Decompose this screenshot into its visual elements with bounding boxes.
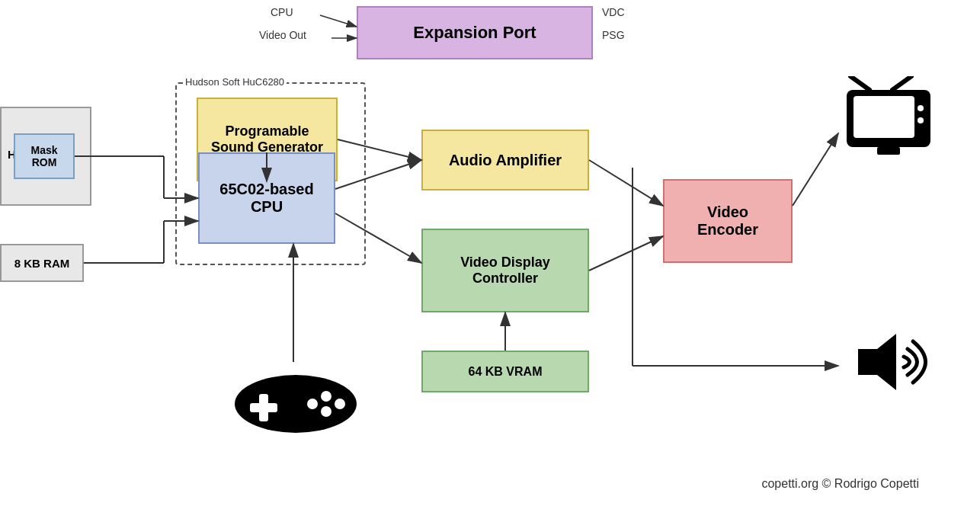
videoout-label: Video Out: [259, 29, 306, 41]
svg-line-31: [793, 133, 838, 206]
svg-rect-3: [853, 96, 914, 138]
svg-point-12: [335, 399, 345, 409]
svg-line-29: [589, 236, 663, 271]
expansion-label: Expansion Port: [413, 23, 536, 43]
encoder-label: VideoEncoder: [697, 203, 758, 239]
ram-label: 8 KB RAM: [14, 257, 70, 270]
vdc-out-label: VDC: [602, 6, 625, 18]
svg-rect-10: [250, 403, 277, 412]
copyright-text: copetti.org © Rodrigo Copetti: [761, 477, 919, 491]
svg-point-14: [307, 399, 318, 409]
vram-box: 64 KB VRAM: [421, 351, 589, 392]
audio-box: Audio Amplifier: [421, 130, 589, 191]
tv-icon: [843, 76, 934, 178]
maskrom-box: MaskROM: [14, 133, 75, 179]
svg-line-16: [320, 15, 357, 27]
encoder-box: VideoEncoder: [663, 179, 793, 263]
svg-rect-6: [877, 147, 900, 155]
vram-label: 64 KB VRAM: [469, 365, 543, 379]
hudson-label: Hudson Soft HuC6280: [183, 76, 287, 88]
svg-point-5: [918, 117, 924, 123]
diagram: Expansion Port CPU Video Out VDC PSG HuC…: [0, 0, 980, 506]
gamepad-icon: [227, 362, 364, 454]
svg-point-4: [918, 105, 924, 111]
cpu-box: 65C02-basedCPU: [198, 152, 335, 244]
audio-label: Audio Amplifier: [449, 152, 562, 169]
vdc-label: Video DisplayController: [460, 255, 550, 287]
svg-line-1: [892, 76, 911, 90]
vdc-box: Video DisplayController: [421, 229, 589, 312]
copyright-label: copetti.org © Rodrigo Copetti: [761, 477, 919, 490]
svg-line-0: [850, 76, 870, 90]
svg-point-11: [321, 391, 331, 402]
svg-line-28: [589, 160, 663, 206]
svg-point-13: [321, 406, 331, 417]
cpu-label: CPU: [271, 6, 293, 18]
cpu-label-box: 65C02-basedCPU: [219, 181, 313, 216]
psg-out-label: PSG: [602, 29, 625, 41]
expansion-port-box: Expansion Port: [357, 6, 593, 59]
psg-label: ProgramableSound Generator: [211, 123, 323, 155]
svg-marker-7: [858, 334, 896, 390]
ram-box: 8 KB RAM: [0, 244, 84, 282]
speaker-icon: [850, 328, 942, 412]
maskrom-label: MaskROM: [30, 144, 57, 168]
